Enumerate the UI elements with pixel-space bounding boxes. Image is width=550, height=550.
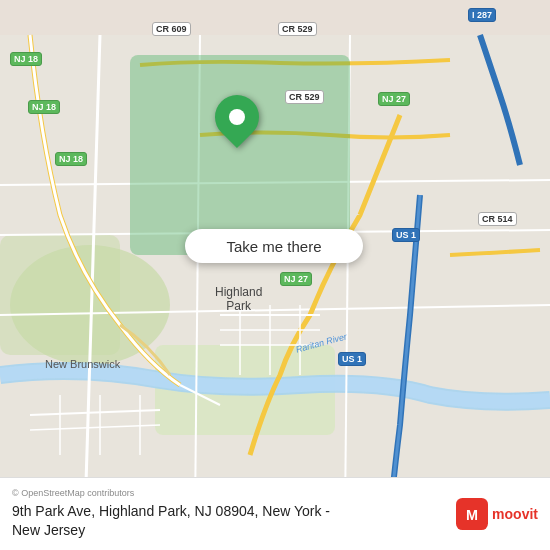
take-me-there-button[interactable]: Take me there xyxy=(185,229,363,263)
road-label-nj18c: NJ 18 xyxy=(55,152,87,166)
moovit-logo[interactable]: M moovit xyxy=(456,498,538,530)
pin-marker xyxy=(206,86,268,148)
map-container: CR 609 CR 529 CR 529 I 287 NJ 18 NJ 18 N… xyxy=(0,0,550,550)
pin-inner-dot xyxy=(229,109,245,125)
road-label-nj27a: NJ 27 xyxy=(378,92,410,106)
address-text: 9th Park Ave, Highland Park, NJ 08904, N… xyxy=(12,502,446,540)
moovit-icon: M xyxy=(456,498,488,530)
road-label-nj18a: NJ 18 xyxy=(10,52,42,66)
location-pin xyxy=(215,95,259,139)
moovit-text: moovit xyxy=(492,506,538,522)
bottom-info-bar: © OpenStreetMap contributors 9th Park Av… xyxy=(0,477,550,550)
road-label-cr529b: CR 529 xyxy=(285,90,324,104)
place-label-highland-park: HighlandPark xyxy=(215,285,262,313)
map-attribution: © OpenStreetMap contributors xyxy=(12,488,446,498)
place-label-new-brunswick: New Brunswick xyxy=(45,358,120,370)
road-label-us1a: US 1 xyxy=(392,228,420,242)
road-label-nj27b: NJ 27 xyxy=(280,272,312,286)
svg-text:M: M xyxy=(466,508,478,524)
address-section: © OpenStreetMap contributors 9th Park Av… xyxy=(12,488,446,540)
road-label-i287: I 287 xyxy=(468,8,496,22)
road-label-cr529a: CR 529 xyxy=(278,22,317,36)
road-label-nj18b: NJ 18 xyxy=(28,100,60,114)
location-highlight-overlay xyxy=(130,55,350,255)
road-label-us1b: US 1 xyxy=(338,352,366,366)
road-label-cr514: CR 514 xyxy=(478,212,517,226)
svg-rect-2 xyxy=(0,235,120,355)
road-label-cr609: CR 609 xyxy=(152,22,191,36)
